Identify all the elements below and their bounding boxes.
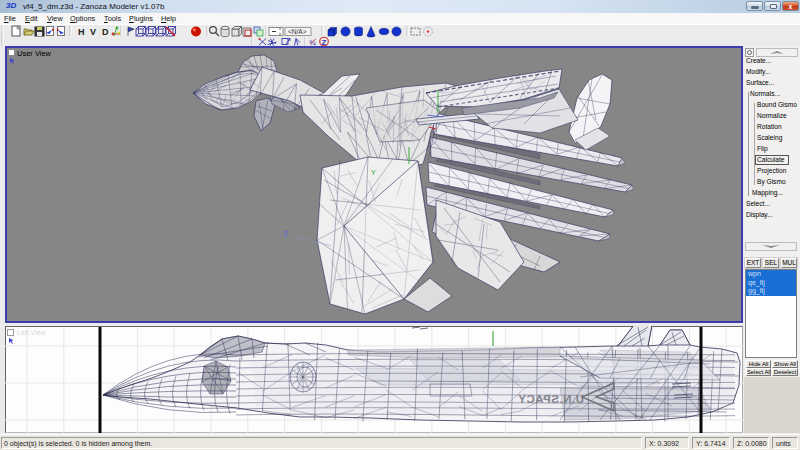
svg-text:H: H <box>78 27 85 37</box>
svg-text:U.N.SPACY: U.N.SPACY <box>518 393 584 405</box>
svg-text:Y: Y <box>371 169 376 176</box>
svg-text:Z: Z <box>284 230 289 237</box>
svg-text:<N/A>: <N/A> <box>288 28 307 35</box>
svg-text:D: D <box>102 27 109 37</box>
svg-text:V: V <box>90 27 96 37</box>
